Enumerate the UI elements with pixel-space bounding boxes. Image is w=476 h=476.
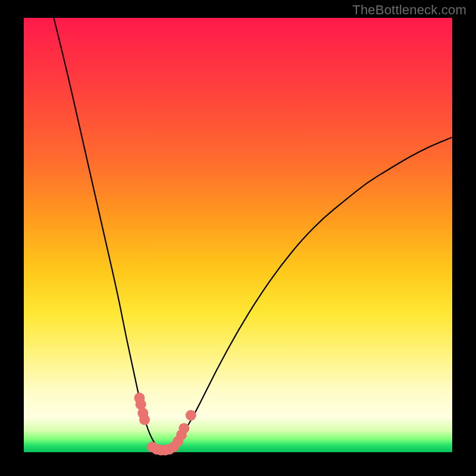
highlight-points-group [134, 393, 196, 456]
highlight-point [139, 414, 150, 425]
bottleneck-curve [54, 18, 452, 450]
curve-svg [24, 18, 452, 452]
chart-frame: TheBottleneck.com [0, 0, 476, 476]
plot-area [24, 18, 452, 452]
highlight-point [178, 423, 189, 434]
watermark-text: TheBottleneck.com [352, 2, 466, 18]
highlight-point [186, 410, 196, 421]
